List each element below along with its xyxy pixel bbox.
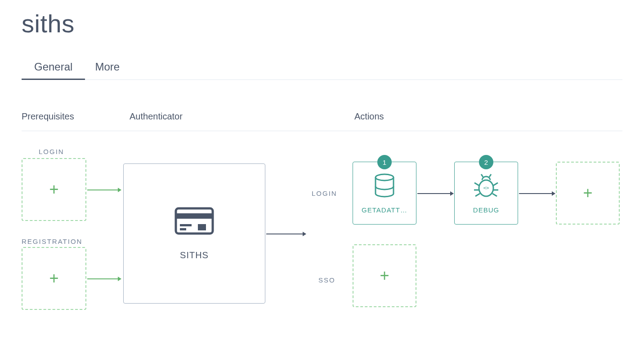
svg-line-9 bbox=[474, 183, 479, 185]
plus-icon: + bbox=[380, 268, 389, 284]
svg-rect-1 bbox=[176, 213, 213, 219]
actions-login-label: LOGIN bbox=[312, 190, 337, 197]
actions-sso-label: SSO bbox=[318, 276, 335, 284]
prereq-login-label: LOGIN bbox=[39, 148, 64, 155]
tab-more[interactable]: More bbox=[95, 61, 120, 79]
svg-point-5 bbox=[376, 174, 394, 181]
action-getadatt[interactable]: 1 GETADATT… bbox=[353, 162, 416, 225]
plus-icon: + bbox=[583, 185, 592, 201]
arrow-prereq-login-to-auth bbox=[87, 190, 121, 190]
arrow-auth-to-actions bbox=[266, 234, 306, 234]
action-label: DEBUG bbox=[473, 206, 499, 214]
card-icon bbox=[174, 207, 214, 237]
arrow-prereq-reg-to-auth bbox=[87, 278, 121, 279]
svg-line-14 bbox=[492, 194, 497, 196]
col-header-prerequisites: Prerequisites bbox=[22, 111, 130, 122]
plus-icon: + bbox=[49, 270, 58, 287]
columns-header: Prerequisites Authenticator Actions bbox=[22, 111, 622, 131]
diagram-canvas: LOGIN + REGISTRATION + SITHS bbox=[22, 145, 622, 333]
svg-line-8 bbox=[489, 174, 491, 177]
action-order-badge: 2 bbox=[479, 155, 493, 169]
svg-line-10 bbox=[493, 183, 498, 185]
add-prereq-registration-button[interactable]: + bbox=[22, 247, 86, 310]
authenticator-label: SITHS bbox=[180, 250, 209, 260]
svg-rect-4 bbox=[198, 224, 206, 230]
database-icon bbox=[373, 173, 396, 200]
authenticator-siths[interactable]: SITHS bbox=[123, 163, 265, 304]
svg-line-7 bbox=[481, 174, 483, 177]
svg-text:<>: <> bbox=[483, 185, 489, 191]
prereq-registration-label: REGISTRATION bbox=[22, 238, 82, 245]
add-login-action-button[interactable]: + bbox=[556, 162, 620, 225]
arrow-action1-to-action2 bbox=[417, 193, 453, 194]
col-header-authenticator: Authenticator bbox=[130, 111, 354, 122]
plus-icon: + bbox=[49, 181, 58, 198]
bug-icon: <> bbox=[473, 173, 499, 200]
action-label: GETADATT… bbox=[362, 206, 407, 214]
tabs: General More bbox=[22, 61, 622, 80]
tab-general[interactable]: General bbox=[34, 61, 72, 79]
add-sso-action-button[interactable]: + bbox=[353, 244, 416, 307]
arrow-action2-to-add bbox=[519, 193, 555, 194]
col-header-actions: Actions bbox=[354, 111, 622, 122]
page-title: siths bbox=[22, 9, 622, 38]
svg-rect-2 bbox=[180, 224, 192, 226]
svg-line-13 bbox=[475, 194, 480, 196]
add-prereq-login-button[interactable]: + bbox=[22, 158, 86, 221]
svg-rect-3 bbox=[180, 228, 186, 230]
action-order-badge: 1 bbox=[377, 155, 392, 169]
action-debug[interactable]: 2 <> DEBUG bbox=[454, 162, 518, 225]
